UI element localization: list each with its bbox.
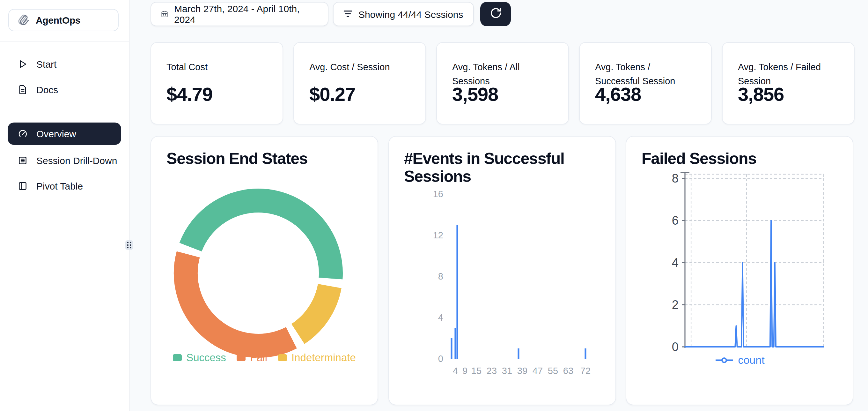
sidebar-nav-main: Overview Session Drill-Down: [0, 112, 129, 196]
stat-value: 3,856: [738, 84, 784, 105]
gauge-icon: [17, 128, 28, 139]
filter-lines-icon: [343, 9, 353, 20]
stat-label: Total Cost: [166, 60, 267, 75]
svg-text:0: 0: [438, 353, 443, 363]
svg-text:47: 47: [532, 365, 542, 376]
sidebar-item-overview[interactable]: Overview: [8, 122, 121, 145]
stat-value: $4.79: [166, 84, 212, 105]
svg-text:12: 12: [433, 230, 443, 240]
svg-text:31: 31: [502, 365, 512, 376]
stat-value: 3,598: [452, 84, 498, 105]
svg-text:39: 39: [517, 365, 527, 376]
events-histogram-card: #Events in Successful Sessions 048121649…: [388, 136, 616, 405]
sidebar-resize-handle[interactable]: [125, 240, 133, 250]
svg-text:4: 4: [438, 312, 443, 322]
legend-item-fail[interactable]: Fail: [237, 351, 267, 363]
events-bar-chart[interactable]: 0481216491523313947556372: [389, 136, 616, 405]
legend-swatch: [237, 354, 246, 361]
stat-card-avg-tokens-successful: Avg. Tokens / Successful Session 4,638: [579, 42, 711, 124]
sidebar-item-pivot-table[interactable]: Pivot Table: [8, 176, 121, 196]
sidebar-item-docs[interactable]: Docs: [8, 80, 121, 99]
app-name: AgentOps: [36, 15, 80, 26]
play-icon: [17, 59, 28, 69]
date-range-label: March 27th, 2024 - April 10th, 2024: [174, 3, 318, 25]
line-chart-legend[interactable]: count: [626, 354, 853, 366]
sidebar-item-start[interactable]: Start: [8, 54, 121, 74]
legend-line-marker-icon: [716, 357, 733, 364]
svg-text:8: 8: [672, 171, 679, 185]
svg-text:15: 15: [471, 365, 481, 376]
svg-text:8: 8: [438, 271, 443, 281]
sidebar-item-label: Overview: [36, 128, 76, 139]
stat-value: 4,638: [595, 84, 641, 105]
refresh-icon: [489, 6, 502, 22]
legend-label: Fail: [250, 351, 267, 363]
legend-swatch: [278, 354, 287, 361]
panel-left-icon: [17, 181, 28, 192]
calendar-icon: [161, 9, 168, 20]
svg-text:63: 63: [563, 365, 573, 376]
stat-value: $0.27: [309, 84, 355, 105]
stat-card-avg-tokens-failed: Avg. Tokens / Failed Session 3,856: [722, 42, 854, 124]
sidebar-item-label: Pivot Table: [36, 181, 83, 192]
toolbar: March 27th, 2024 - April 10th, 2024 Show…: [151, 2, 855, 26]
legend-label: Indeterminate: [291, 351, 356, 363]
svg-text:23: 23: [486, 365, 496, 376]
file-text-icon: [17, 84, 28, 95]
svg-text:0: 0: [672, 340, 679, 353]
svg-text:16: 16: [433, 188, 443, 199]
legend-label: count: [738, 354, 764, 366]
legend-item-success[interactable]: Success: [173, 351, 226, 363]
legend-label: Success: [186, 351, 226, 363]
donut-chart[interactable]: [169, 183, 348, 362]
chart-title: Session End States: [166, 149, 366, 167]
main-content: March 27th, 2024 - April 10th, 2024 Show…: [129, 0, 868, 411]
legend-item-indeterminate[interactable]: Indeterminate: [278, 351, 356, 363]
sidebar-item-label: Start: [36, 59, 57, 69]
refresh-button[interactable]: [480, 2, 511, 26]
paperclips-logo-icon: [17, 12, 31, 28]
legend-swatch: [173, 354, 182, 361]
date-range-button[interactable]: March 27th, 2024 - April 10th, 2024: [151, 2, 329, 26]
svg-text:4: 4: [672, 256, 679, 269]
sidebar: AgentOps Start Docs: [0, 0, 129, 411]
app-logo[interactable]: AgentOps: [8, 9, 119, 31]
sidebar-item-label: Docs: [36, 84, 58, 95]
stats-row: Total Cost $4.79 Avg. Cost / Session $0.…: [151, 42, 855, 124]
agentops-dashboard: AgentOps Start Docs: [0, 0, 868, 411]
stat-card-avg-cost-session: Avg. Cost / Session $0.27: [293, 42, 426, 124]
sessions-filter-label: Showing 44/44 Sessions: [359, 9, 463, 20]
pie-legend: Success Fail Indeterminate: [151, 351, 377, 363]
sidebar-item-label: Session Drill-Down: [36, 155, 117, 166]
failed-sessions-card: Failed Sessions 02468 count: [626, 136, 853, 405]
svg-text:55: 55: [548, 365, 558, 376]
svg-text:6: 6: [672, 213, 679, 227]
stat-label: Avg. Cost / Session: [309, 60, 410, 75]
svg-text:4: 4: [453, 365, 458, 376]
stat-card-avg-tokens-all: Avg. Tokens / All Sessions 3,598: [436, 42, 568, 124]
charts-row: Session End States Success Fail Indeterm…: [151, 136, 855, 405]
sessions-filter-button[interactable]: Showing 44/44 Sessions: [333, 2, 474, 26]
svg-text:2: 2: [672, 298, 679, 311]
list-square-icon: [17, 155, 28, 166]
sidebar-nav-top: Start Docs: [0, 41, 129, 99]
grip-dots-icon: [126, 241, 132, 249]
svg-text:9: 9: [462, 365, 467, 376]
stat-card-total-cost: Total Cost $4.79: [151, 42, 283, 124]
session-end-states-card: Session End States Success Fail Indeterm…: [151, 136, 378, 405]
sidebar-item-session-drill-down[interactable]: Session Drill-Down: [8, 151, 121, 170]
svg-text:72: 72: [580, 365, 590, 376]
